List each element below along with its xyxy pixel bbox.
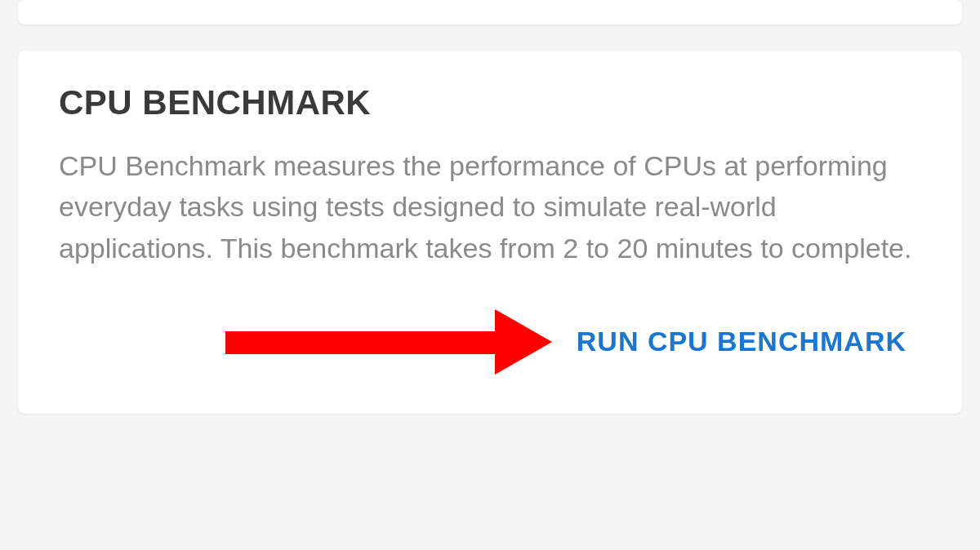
cpu-benchmark-card: CPU BENCHMARK CPU Benchmark measures the…	[18, 51, 962, 414]
run-cpu-benchmark-button[interactable]: RUN CPU BENCHMARK	[577, 321, 906, 362]
svg-rect-0	[225, 331, 503, 354]
svg-marker-1	[495, 309, 552, 375]
card-title: CPU BENCHMARK	[59, 83, 921, 122]
card-description: CPU Benchmark measures the performance o…	[59, 145, 921, 268]
previous-card-bottom	[18, 0, 962, 24]
arrow-right-icon	[225, 309, 552, 375]
card-action-row: RUN CPU BENCHMARK	[59, 309, 921, 375]
